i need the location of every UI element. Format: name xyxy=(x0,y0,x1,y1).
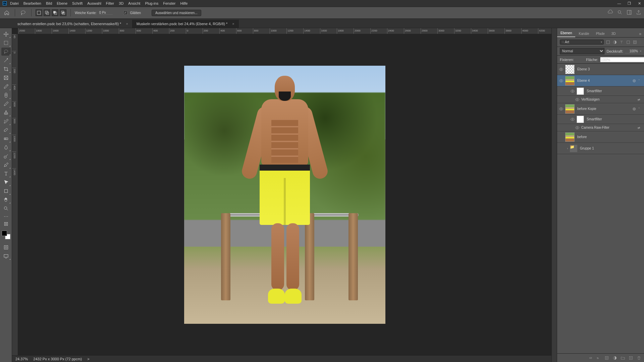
eyedropper-tool[interactable] xyxy=(1,82,11,90)
expand-icon[interactable]: ˄ xyxy=(637,79,641,82)
link-icon[interactable] xyxy=(588,356,593,360)
layer-smartfilter-2[interactable]: Smartfilter xyxy=(557,115,644,124)
opacity-input[interactable] xyxy=(625,49,638,53)
menu-plugins[interactable]: Plug-ins xyxy=(145,1,158,5)
visibility-toggle[interactable] xyxy=(557,78,565,83)
layer-name[interactable]: before Kopie xyxy=(577,107,632,111)
frame-tool[interactable] xyxy=(1,74,11,82)
menu-datei[interactable]: Datei xyxy=(10,1,19,5)
filter-blend-icon[interactable]: ⇄ xyxy=(637,126,641,129)
filter-smart-icon[interactable] xyxy=(633,40,637,45)
lasso-tool-icon[interactable] xyxy=(19,9,27,17)
layer-name[interactable]: Gruppe 1 xyxy=(580,146,641,150)
home-button[interactable] xyxy=(3,9,11,17)
quickmask-button[interactable] xyxy=(1,243,11,251)
visibility-toggle[interactable] xyxy=(573,125,581,130)
path-select-tool[interactable] xyxy=(1,178,11,186)
menu-fenster[interactable]: Fenster xyxy=(163,1,175,5)
menu-bild[interactable]: Bild xyxy=(46,1,52,5)
gradient-tool[interactable] xyxy=(1,135,11,143)
sel-intersect-button[interactable] xyxy=(60,9,66,16)
menu-bearbeiten[interactable]: Bearbeiten xyxy=(23,1,41,5)
menu-3d[interactable]: 3D xyxy=(119,1,123,5)
cloud-icon[interactable] xyxy=(608,10,613,16)
visibility-toggle[interactable] xyxy=(557,67,565,72)
color-swatches[interactable] xyxy=(2,231,10,239)
tab-kanaele[interactable]: Kanäle xyxy=(575,30,592,37)
layer-before-kopie[interactable]: before Kopie ◎ ˄ xyxy=(557,103,644,115)
sel-sub-button[interactable] xyxy=(52,9,58,16)
tab-schatten[interactable]: schatten erstellen.psdc bei 23,6% (schat… xyxy=(13,20,132,28)
menu-hilfe[interactable]: Hilfe xyxy=(180,1,187,5)
type-tool[interactable] xyxy=(1,170,11,178)
new-layer-icon[interactable] xyxy=(629,356,633,360)
screenmode-button[interactable] xyxy=(1,252,11,260)
doc-info[interactable]: 2432 Px x 3000 Px (72 ppcm) xyxy=(33,357,82,361)
zoom-level[interactable]: 24.37% xyxy=(15,357,28,361)
layer-ebene4[interactable]: Ebene 4 ◎ ˄ xyxy=(557,75,644,86)
filter-type-icon[interactable] xyxy=(619,40,624,45)
close-button[interactable]: ✕ xyxy=(637,1,641,6)
more-tools-icon[interactable]: ⋯ xyxy=(4,214,8,219)
adjustment-icon[interactable] xyxy=(612,356,617,360)
layer-before[interactable]: before xyxy=(557,131,644,143)
group-icon[interactable] xyxy=(621,356,625,360)
layer-gruppe1[interactable]: › 📁 Gruppe 1 xyxy=(557,143,644,154)
layer-name[interactable]: Ebene 4 xyxy=(577,79,632,82)
shape-tool[interactable] xyxy=(1,187,11,195)
pen-tool[interactable] xyxy=(1,161,11,169)
maximize-button[interactable]: ❐ xyxy=(627,1,631,6)
menu-ansicht[interactable]: Ansicht xyxy=(128,1,140,5)
workspace-icon[interactable] xyxy=(627,10,632,16)
panel-menu-icon[interactable]: ≡ xyxy=(637,31,644,37)
layer-filter-type[interactable]: ▾ xyxy=(560,40,604,45)
marquee-tool[interactable] xyxy=(1,39,11,47)
filter-shape-icon[interactable] xyxy=(626,40,631,45)
wand-tool[interactable] xyxy=(1,56,11,64)
menu-auswahl[interactable]: Auswahl xyxy=(87,1,101,5)
layer-verfluessigen[interactable]: Verflüssigen ⇄ xyxy=(557,96,644,103)
minimize-button[interactable]: — xyxy=(617,1,621,6)
eraser-tool[interactable] xyxy=(1,126,11,134)
move-tool[interactable] xyxy=(1,30,11,38)
crop-tool[interactable] xyxy=(1,65,11,73)
trash-icon[interactable] xyxy=(637,356,641,360)
filter-name[interactable]: Verflüssigen xyxy=(581,98,637,101)
tab-muskeln[interactable]: Muskeln verstärken.psdc bei 24,4% (Ebene… xyxy=(132,20,239,28)
mask-icon[interactable] xyxy=(604,356,609,360)
share-icon[interactable] xyxy=(636,10,641,16)
history-brush-tool[interactable] xyxy=(1,117,11,125)
menu-schrift[interactable]: Schrift xyxy=(72,1,83,5)
close-tab-icon[interactable]: × xyxy=(232,22,234,26)
filter-toggle[interactable] xyxy=(639,40,641,44)
expand-icon[interactable]: ˄ xyxy=(637,107,641,111)
close-tab-icon[interactable]: × xyxy=(126,22,128,26)
layer-ebene3[interactable]: Ebene 3 xyxy=(557,64,644,75)
blur-tool[interactable] xyxy=(1,143,11,152)
feather-input[interactable] xyxy=(99,11,113,15)
filter-type-select[interactable] xyxy=(565,40,578,44)
menu-ebene[interactable]: Ebene xyxy=(57,1,67,5)
edit-toolbar-icon[interactable] xyxy=(1,220,11,228)
blend-mode-select[interactable]: Normal xyxy=(560,48,604,54)
filter-pixel-icon[interactable] xyxy=(606,40,610,45)
antialias-checkbox[interactable]: ✓ xyxy=(123,11,127,15)
layer-camera-raw[interactable]: Camera Raw-Filter ⇄ xyxy=(557,124,644,131)
filter-name[interactable]: Camera Raw-Filter xyxy=(581,126,637,129)
visibility-toggle[interactable] xyxy=(569,89,577,94)
hand-tool[interactable] xyxy=(1,196,11,204)
canvas[interactable] xyxy=(18,34,551,355)
visibility-toggle[interactable] xyxy=(557,107,565,111)
fill-input[interactable] xyxy=(600,57,644,62)
brush-tool[interactable] xyxy=(1,100,11,108)
filter-adjust-icon[interactable] xyxy=(612,40,617,45)
visibility-toggle[interactable] xyxy=(569,117,577,122)
tab-3d[interactable]: 3D xyxy=(608,30,619,37)
search-icon[interactable] xyxy=(617,10,623,16)
sel-new-button[interactable] xyxy=(36,9,42,16)
layer-smartfilter[interactable]: Smartfilter xyxy=(557,86,644,96)
layer-name[interactable]: Ebene 3 xyxy=(577,67,641,71)
lasso-tool[interactable] xyxy=(1,48,11,56)
visibility-toggle[interactable] xyxy=(573,97,581,102)
stamp-tool[interactable] xyxy=(1,109,11,117)
